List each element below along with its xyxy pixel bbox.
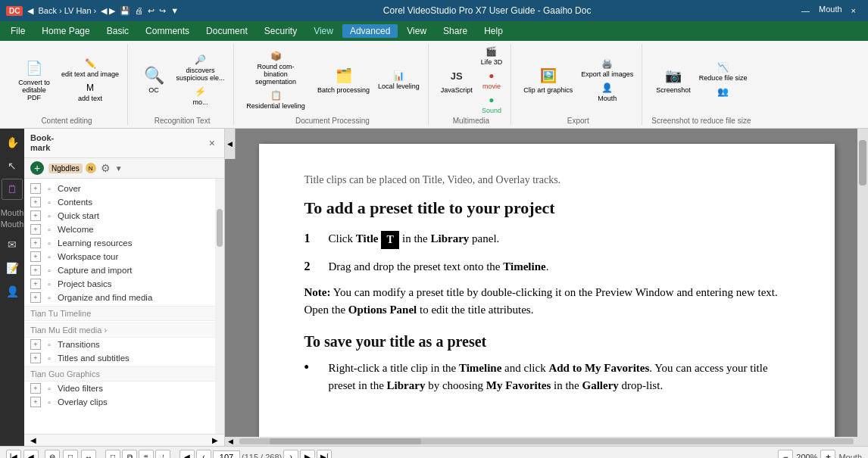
organize-expand[interactable]: + (30, 292, 41, 303)
tree-item-workspace[interactable]: + ▫ Workspace tour (24, 250, 215, 263)
tree-item-capture[interactable]: + ▫ Capture and import (24, 263, 215, 277)
javascript-btn[interactable]: JS JavaScript (438, 64, 476, 95)
add-text-btn[interactable]: M add text (59, 80, 121, 103)
screenshot-btn[interactable]: 📷 Screenshot (653, 64, 694, 95)
sound-btn[interactable]: ● Sound (479, 92, 505, 115)
overlay-expand[interactable]: + (30, 397, 41, 407)
mouth-export-btn[interactable]: 👤 Mouth (579, 80, 635, 103)
cover-expand[interactable]: + (30, 183, 41, 194)
extra-btn[interactable]: 👥 (697, 84, 750, 99)
menu-file[interactable]: File (3, 24, 33, 38)
capture-expand[interactable]: + (30, 265, 41, 276)
section-edit-media[interactable]: Tian Mu Edit media › (24, 322, 215, 338)
settings-dropdown[interactable]: ▼ (115, 164, 123, 173)
tree-item-project[interactable]: + ▫ Project basics (24, 277, 215, 291)
redo-icon[interactable]: ↪ (159, 6, 166, 16)
menu-help[interactable]: Help (476, 24, 510, 38)
menu-comments[interactable]: Comments (138, 24, 197, 38)
sidebar-scroll-right[interactable]: ▶ (212, 436, 218, 444)
round-combo-btn[interactable]: 📦 Round com- bination segmentation (243, 48, 308, 86)
welcome-expand[interactable]: + (30, 224, 41, 235)
menu-homepage[interactable]: Home Page (34, 24, 97, 38)
menu-basic[interactable]: Basic (99, 24, 136, 38)
mo-btn[interactable]: ⚡ mo... (173, 84, 227, 107)
minimize-btn[interactable]: — (795, 5, 816, 17)
tree-item-welcome[interactable]: + ▫ Welcome (24, 223, 215, 236)
last-page-btn[interactable]: ▶| (317, 450, 332, 459)
workspace-expand[interactable]: + (30, 251, 41, 262)
sidebar-user[interactable]: Ngbdles N (48, 163, 96, 173)
single-page-btn[interactable]: □ (105, 450, 120, 459)
edit-text-btn[interactable]: ✏️ edit text and image (59, 56, 121, 79)
hand-tool[interactable]: ✋ (2, 132, 23, 153)
annotate-tool[interactable]: 📝 (2, 257, 23, 279)
tree-item-contents[interactable]: + ▫ Contents (24, 195, 215, 209)
zoom-out-btn2[interactable]: − (778, 450, 793, 459)
convert-pdf-btn[interactable]: 📄 Convert to editable PDF (12, 56, 56, 103)
stamp-tool[interactable]: ✉ (2, 234, 23, 255)
sidebar-settings-btn[interactable]: ⚙ (101, 162, 111, 174)
tree-item-cover[interactable]: + ▫ Cover (24, 182, 215, 195)
sidebar-scroll-left[interactable]: ◀ (30, 436, 36, 444)
tree-item-video-filters[interactable]: + ▫ Video filters (24, 382, 215, 395)
learning-expand[interactable]: + (30, 238, 41, 248)
next-page-btn[interactable]: ▶ (300, 450, 315, 459)
menu-view1[interactable]: View (306, 24, 341, 38)
select-tool[interactable]: ↖ (2, 155, 23, 176)
quickstart-expand[interactable]: + (30, 210, 41, 221)
save-icon[interactable]: 💾 (120, 6, 130, 16)
tree-item-quickstart[interactable]: + ▫ Quick start (24, 209, 215, 223)
movie-btn[interactable]: ● movie (479, 68, 505, 91)
next-small-btn[interactable]: › (283, 450, 298, 459)
tree-item-overlay[interactable]: + ▫ Overlay clips (24, 395, 215, 409)
fit-width-btn[interactable]: ↔ (81, 450, 96, 459)
local-leveling-btn[interactable]: 📊 Local leveling (376, 68, 422, 91)
nav-first-page[interactable]: |◀ (6, 450, 21, 459)
batch-processing-btn[interactable]: 🗂️ Batch processing (314, 64, 373, 95)
menu-document[interactable]: Document (198, 24, 255, 38)
project-expand[interactable]: + (30, 279, 41, 289)
collapse-sidebar-btn[interactable]: ◀ (225, 129, 236, 159)
print-icon[interactable]: 🖨 (135, 6, 143, 15)
contents-expand[interactable]: + (30, 197, 41, 207)
extra-icon[interactable]: ▼ (170, 6, 179, 15)
menu-security[interactable]: Security (257, 24, 304, 38)
life3d-btn[interactable]: 🎬 Life 3D (479, 44, 505, 67)
user-tool[interactable]: 👤 (2, 281, 23, 302)
sidebar-add-btn[interactable]: + (30, 161, 44, 175)
continuous-btn[interactable]: ⫶ (155, 450, 170, 459)
suspicious-btn[interactable]: 🔎 discovers suspicious ele... (173, 52, 227, 83)
transitions-expand[interactable]: + (30, 339, 41, 350)
menu-share[interactable]: Share (436, 24, 475, 38)
tree-item-transitions[interactable]: + ▫ Transitions (24, 338, 215, 351)
prev-page-btn[interactable]: ◀ (180, 450, 195, 459)
nav-prev-page[interactable]: ◀ (23, 450, 39, 459)
tree-item-organize[interactable]: + ▫ Organize and find media (24, 291, 215, 304)
page-input[interactable] (213, 450, 240, 459)
page-tool[interactable]: 🗒 (2, 179, 23, 200)
history-btns[interactable]: ◀ ▶ (101, 6, 115, 16)
video-filters-expand[interactable]: + (30, 383, 41, 394)
tree-item-titles[interactable]: + ▫ Titles and subtitles (24, 351, 215, 365)
titles-expand[interactable]: + (30, 353, 41, 363)
doc-scrollbar-v[interactable] (857, 129, 868, 446)
clip-art-btn[interactable]: 🖼️ Clip art graphics (520, 64, 576, 95)
ocr-btn[interactable]: 🔍 OC (137, 64, 170, 95)
sidebar-scrollbar[interactable] (215, 179, 224, 434)
zoom-out-btn[interactable]: ⊖ (45, 450, 60, 459)
two-page-btn[interactable]: ⧉ (122, 450, 137, 459)
menu-advanced[interactable]: Advanced (342, 24, 398, 38)
menu-view2[interactable]: View (399, 24, 434, 38)
close-btn[interactable]: × (845, 5, 862, 17)
fit-page-btn[interactable]: □ (63, 450, 78, 459)
sidebar-close-btn[interactable]: × (206, 137, 218, 149)
back-btn[interactable]: ◀ (27, 6, 33, 16)
zoom-in-btn[interactable]: + (820, 450, 835, 459)
scroll-btn[interactable]: ≡ (139, 450, 154, 459)
tree-item-learning[interactable]: + ▫ Learning resources (24, 236, 215, 250)
residential-btn[interactable]: 📋 Residential leveling (243, 88, 308, 111)
prev-small-btn[interactable]: ‹ (196, 450, 211, 459)
reduce-size-btn[interactable]: 📉 Reduce file size (697, 60, 750, 83)
doc-scrollbar-h[interactable]: ◀ ▶ (225, 437, 868, 446)
undo-icon[interactable]: ↩ (148, 6, 155, 16)
